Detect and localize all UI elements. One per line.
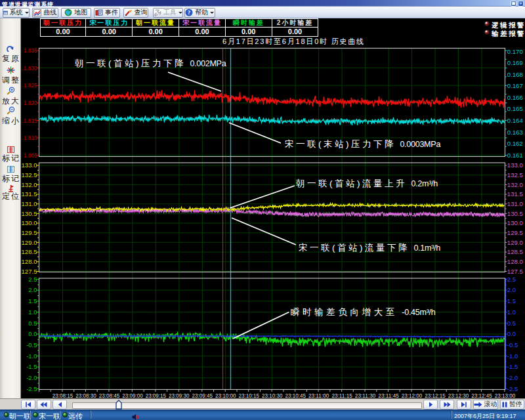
svg-text:1.820: 1.820 xyxy=(24,100,37,106)
svg-text:133.0: 133.0 xyxy=(507,161,523,169)
svg-text:0.163: 0.163 xyxy=(507,129,523,136)
svg-text:131.0: 131.0 xyxy=(22,200,37,207)
svg-text:1.5: 1.5 xyxy=(28,297,37,304)
svg-text:128.0: 128.0 xyxy=(507,258,523,265)
svg-text:-1.0: -1.0 xyxy=(507,352,518,360)
svg-text:-0.5: -0.5 xyxy=(26,341,37,348)
svg-text:23:11:00: 23:11:00 xyxy=(308,392,329,399)
svg-text:23:13:00: 23:13:00 xyxy=(495,392,516,399)
svg-text:133.0: 133.0 xyxy=(22,161,37,169)
svg-text:130.5: 130.5 xyxy=(22,210,37,217)
svg-text:1.0: 1.0 xyxy=(507,308,516,316)
svg-text:0.164: 0.164 xyxy=(507,117,523,124)
svg-text:127.5: 127.5 xyxy=(507,268,523,275)
svg-text:130.0: 130.0 xyxy=(22,219,37,226)
svg-text:23:09:00: 23:09:00 xyxy=(122,392,143,399)
svg-text:23:10:30: 23:10:30 xyxy=(262,392,283,399)
svg-text:23:12:30: 23:12:30 xyxy=(448,392,469,399)
svg-text:130.5: 130.5 xyxy=(507,210,523,217)
svg-text:1.810: 1.810 xyxy=(24,135,37,141)
svg-text:-1.5: -1.5 xyxy=(26,363,37,370)
svg-text:23:09:15: 23:09:15 xyxy=(146,392,167,399)
svg-text:0.161: 0.161 xyxy=(507,152,523,159)
svg-text:128.0: 128.0 xyxy=(22,258,37,265)
svg-text:0.167: 0.167 xyxy=(507,82,523,89)
svg-text:129.0: 129.0 xyxy=(22,239,37,246)
svg-text:131.5: 131.5 xyxy=(507,190,523,198)
svg-text:0.170: 0.170 xyxy=(507,48,523,55)
svg-text:2.5: 2.5 xyxy=(507,276,516,283)
svg-text:2.5: 2.5 xyxy=(28,276,37,283)
svg-text:23:12:45: 23:12:45 xyxy=(471,392,492,399)
svg-text:0.169: 0.169 xyxy=(507,59,523,66)
svg-text:0.162: 0.162 xyxy=(507,140,523,147)
svg-text:131.0: 131.0 xyxy=(507,200,523,207)
svg-text:1.815: 1.815 xyxy=(24,117,37,124)
svg-text:23:09:45: 23:09:45 xyxy=(192,392,213,399)
svg-text:130.0: 130.0 xyxy=(507,219,523,226)
svg-text:-1.5: -1.5 xyxy=(507,363,518,370)
svg-text:-2.5: -2.5 xyxy=(26,385,37,392)
svg-text:-1.0: -1.0 xyxy=(26,352,37,360)
svg-text:23:08:15: 23:08:15 xyxy=(52,392,74,399)
svg-text:1.0: 1.0 xyxy=(28,308,37,316)
svg-text:-0.5: -0.5 xyxy=(507,341,518,348)
svg-text:0.165: 0.165 xyxy=(507,105,523,112)
svg-text:0.0: 0.0 xyxy=(28,330,37,337)
svg-text:132.5: 132.5 xyxy=(22,171,37,178)
svg-text:23:10:15: 23:10:15 xyxy=(239,392,260,399)
svg-text:23:11:30: 23:11:30 xyxy=(355,392,376,399)
svg-text:129.0: 129.0 xyxy=(507,239,523,246)
svg-text:2.0: 2.0 xyxy=(28,286,37,293)
svg-text:23:10:00: 23:10:00 xyxy=(215,392,236,399)
svg-text:23:12:00: 23:12:00 xyxy=(402,392,423,399)
svg-text:128.5: 128.5 xyxy=(22,248,37,255)
svg-text:0.0: 0.0 xyxy=(507,330,516,337)
svg-text:-2.0: -2.0 xyxy=(507,374,518,381)
svg-text:132.0: 132.0 xyxy=(507,181,523,188)
svg-text:23:08:45: 23:08:45 xyxy=(99,392,120,399)
svg-text:-2.5: -2.5 xyxy=(507,385,518,392)
svg-text:1.5: 1.5 xyxy=(507,297,516,304)
svg-text:23:11:45: 23:11:45 xyxy=(378,392,399,399)
svg-text:1.830: 1.830 xyxy=(24,65,37,72)
svg-text:23:08:30: 23:08:30 xyxy=(75,392,96,399)
svg-text:131.5: 131.5 xyxy=(22,190,37,198)
svg-text:1.825: 1.825 xyxy=(24,82,37,89)
svg-text:129.5: 129.5 xyxy=(22,229,37,236)
svg-text:23:09:30: 23:09:30 xyxy=(169,392,190,399)
svg-text:23:11:15: 23:11:15 xyxy=(331,392,352,399)
svg-text:-2.0: -2.0 xyxy=(26,374,37,381)
svg-text:0.5: 0.5 xyxy=(507,320,516,327)
svg-text:128.5: 128.5 xyxy=(507,248,523,255)
svg-text:23:12:15: 23:12:15 xyxy=(425,392,446,399)
svg-text:127.5: 127.5 xyxy=(22,268,37,275)
svg-text:1.805: 1.805 xyxy=(24,152,37,159)
svg-text:1.835: 1.835 xyxy=(24,47,37,54)
svg-text:129.5: 129.5 xyxy=(507,229,523,236)
svg-text:2.0: 2.0 xyxy=(507,286,516,293)
svg-text:0.168: 0.168 xyxy=(507,71,523,78)
svg-text:132.0: 132.0 xyxy=(22,181,37,188)
svg-text:132.5: 132.5 xyxy=(507,171,523,178)
svg-text:23:10:45: 23:10:45 xyxy=(285,392,306,399)
svg-text:0.166: 0.166 xyxy=(507,94,523,101)
svg-text:0.5: 0.5 xyxy=(28,320,37,327)
